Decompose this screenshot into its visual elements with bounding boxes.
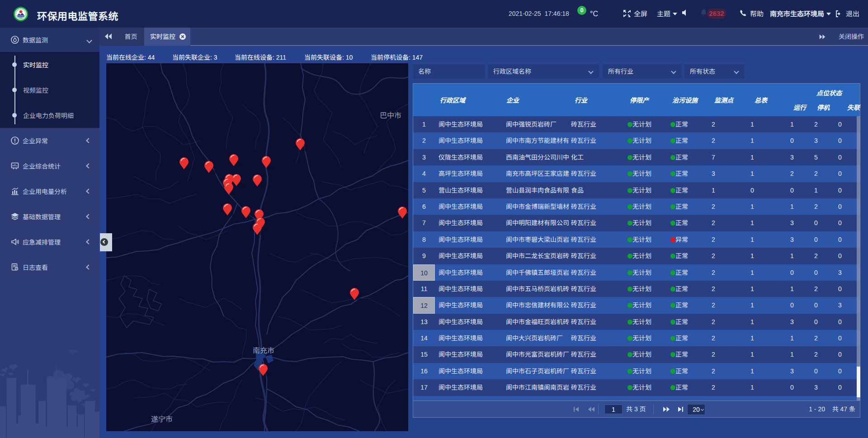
svg-text:巴中市: 巴中市 (380, 112, 401, 119)
svg-text:遂宁市: 遂宁市 (151, 415, 173, 423)
svg-text:南充市: 南充市 (253, 347, 274, 354)
